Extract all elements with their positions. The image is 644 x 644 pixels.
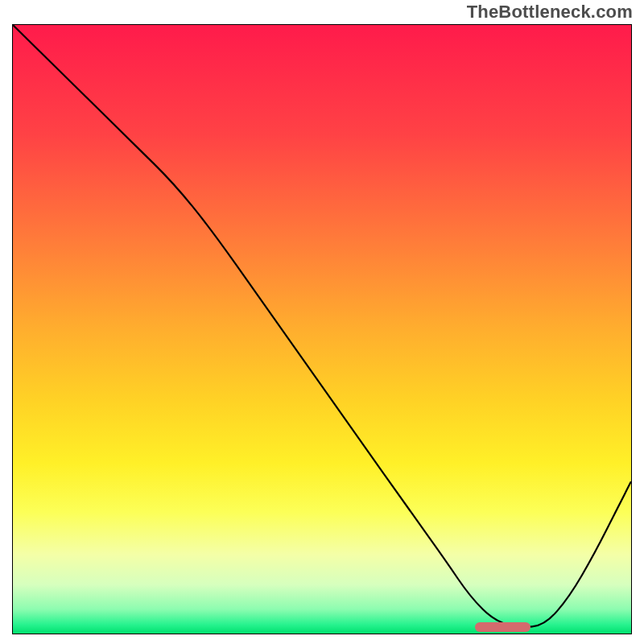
watermark-text: TheBottleneck.com xyxy=(467,2,633,23)
bottleneck-curve xyxy=(13,25,631,634)
optimal-range-marker xyxy=(475,622,530,632)
chart-frame: TheBottleneck.com xyxy=(0,0,644,644)
plot-area xyxy=(12,24,632,634)
